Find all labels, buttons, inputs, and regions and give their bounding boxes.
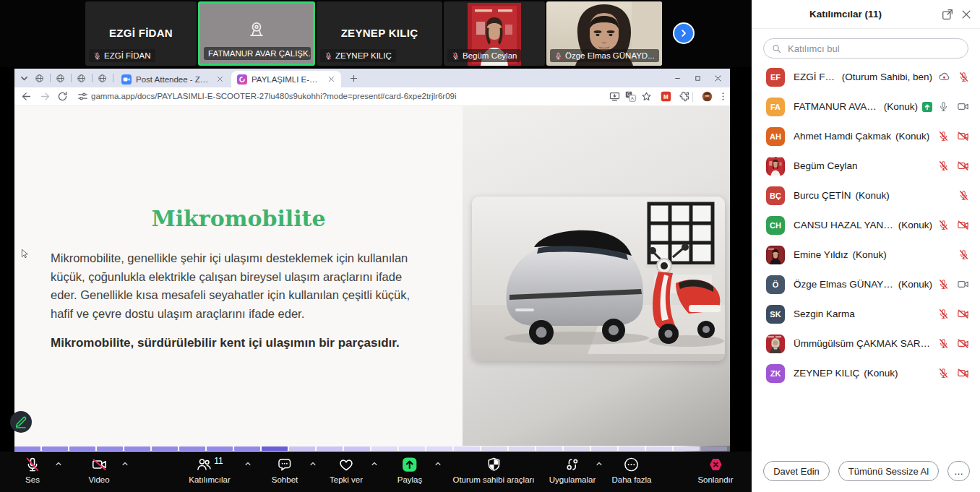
bookmark-star-icon[interactable] xyxy=(640,90,653,103)
chevron-up-icon[interactable] xyxy=(244,459,252,468)
new-tab-icon[interactable] xyxy=(348,73,359,84)
pinned-tab-globe-icon[interactable] xyxy=(34,73,45,84)
filmstrip-slide-thumb[interactable] xyxy=(207,446,233,451)
video-tile[interactable]: EZGİ FİDANEZGİ FİDAN xyxy=(85,1,197,66)
participant-row[interactable]: ÖÖzge Elmas GÜNAYDIN(Konuk) xyxy=(752,269,980,299)
participant-row[interactable]: EFEZGİ FİDAN(Oturum Sahibi, ben) xyxy=(752,62,980,92)
tab-close-icon[interactable] xyxy=(216,75,224,83)
popout-icon[interactable] xyxy=(941,8,954,21)
tab-close-icon[interactable] xyxy=(327,75,335,83)
tile-name-label: ZEYNEP KILIÇ xyxy=(320,49,396,62)
participant-row[interactable]: SKSezgin Karma xyxy=(752,299,980,329)
site-settings-icon[interactable] xyxy=(77,90,89,103)
avatar: ZK xyxy=(766,364,785,383)
tab-separator xyxy=(50,74,51,82)
filmstrip-slide-thumb[interactable] xyxy=(646,446,672,451)
filmstrip-slide-thumb[interactable] xyxy=(674,446,700,451)
tab-search-chevron-icon[interactable] xyxy=(19,73,30,84)
slide-photo-panel xyxy=(463,106,730,446)
filmstrip-slide-thumb[interactable] xyxy=(454,446,480,451)
filmstrip-slide-thumb[interactable] xyxy=(152,446,178,451)
reload-icon[interactable] xyxy=(56,90,69,103)
participant-row[interactable]: FAFATMANUR AVAR Ç...(Konuk) xyxy=(752,92,980,121)
search-icon xyxy=(771,43,782,54)
filmstrip-slide-thumb[interactable] xyxy=(289,446,315,451)
mic-off-icon xyxy=(938,220,949,230)
pinned-tab-globe-icon[interactable] xyxy=(55,73,66,84)
participant-row[interactable]: Ümmügülsüm ÇAKMAK SARIOVA xyxy=(752,329,980,358)
mute-all-button[interactable]: Tümünü Sessize Al xyxy=(838,461,939,481)
annotate-pencil-button[interactable] xyxy=(10,411,32,433)
browser-tab-strip: Post Attendee - ZoomPAYLAŞIMLI E-SCOOTER… xyxy=(14,69,730,87)
video-tile[interactable]: FATMANUR AVAR ÇALIŞK... xyxy=(198,1,315,66)
filmstrip-slide-thumb[interactable] xyxy=(481,446,507,451)
pinned-tab-globe-icon[interactable] xyxy=(76,73,87,84)
install-app-icon[interactable] xyxy=(609,90,621,103)
filmstrip-slide-thumb[interactable] xyxy=(509,446,535,451)
tile-label-text: FATMANUR AVAR ÇALIŞK... xyxy=(208,49,311,58)
chevron-up-icon[interactable] xyxy=(370,459,379,468)
tile-label-text: Özge Elmas GÜNAYD... xyxy=(565,51,655,60)
filmstrip-slide-thumb[interactable] xyxy=(14,446,40,451)
filmstrip-slide-thumb[interactable] xyxy=(701,446,727,451)
browser-menu-icon[interactable] xyxy=(717,90,729,103)
slide-title: Mikromobilite xyxy=(14,206,463,231)
participant-row[interactable]: Emine Yıldız(Konuk) xyxy=(752,240,980,269)
profile-avatar-icon[interactable] xyxy=(701,90,713,103)
participant-name: Burcu ÇETİN xyxy=(794,190,851,201)
filmstrip-slide-thumb[interactable] xyxy=(426,446,452,451)
filmstrip-slide-thumb[interactable] xyxy=(179,446,205,451)
filmstrip-slide-thumb[interactable] xyxy=(69,446,95,451)
forward-icon[interactable] xyxy=(39,90,51,103)
filmstrip-slide-thumb[interactable] xyxy=(317,446,343,451)
filmstrip-slide-thumb[interactable] xyxy=(234,446,260,451)
participant-row[interactable]: Begüm Ceylan xyxy=(752,151,980,181)
window-close-icon[interactable] xyxy=(708,69,728,87)
filmstrip-slide-thumb[interactable] xyxy=(344,446,370,451)
participant-role-suffix: (Konuk) xyxy=(898,220,932,230)
url-text[interactable]: gamma.app/docs/PAYLASIMLI-E-SCOOTER-27lu… xyxy=(91,87,457,105)
chevron-up-icon[interactable] xyxy=(595,459,603,468)
search-input[interactable] xyxy=(786,43,960,55)
filmstrip-slide-thumb[interactable] xyxy=(399,446,425,451)
filmstrip-slide-thumb[interactable] xyxy=(591,446,617,451)
extensions-puzzle-icon[interactable] xyxy=(678,90,690,103)
participant-row[interactable]: BÇBurcu ÇETİN(Konuk) xyxy=(752,181,980,210)
participant-row[interactable]: ZKZEYNEP KILIÇ(Konuk) xyxy=(752,358,980,388)
avatar-initials: Ö xyxy=(773,280,779,289)
participant-row[interactable]: CHCANSU HAZAL YANARD...(Konuk) xyxy=(752,210,980,240)
participant-search xyxy=(763,38,968,59)
participants-title: Katılımcılar (11) xyxy=(752,0,940,29)
mic-off-icon xyxy=(938,368,949,379)
tab-separator xyxy=(113,74,113,82)
pinned-tab-globe-icon[interactable] xyxy=(97,73,108,84)
tile-label-text: EZGİ FİDAN xyxy=(104,51,151,60)
back-icon[interactable] xyxy=(20,90,33,103)
chevron-up-icon[interactable] xyxy=(434,459,442,468)
filmstrip-slide-thumb[interactable] xyxy=(262,446,288,451)
window-minimize-icon[interactable] xyxy=(667,69,687,87)
participant-row[interactable]: AHAhmet Hamdi Çakmak(Konuk) xyxy=(752,121,980,151)
video-tile[interactable]: Begüm Ceylan xyxy=(444,1,545,66)
chevron-up-icon[interactable] xyxy=(54,459,63,468)
more-options-button[interactable]: … xyxy=(947,461,970,481)
browser-tab[interactable]: Post Attendee - Zoom xyxy=(116,71,230,87)
chevron-up-icon[interactable] xyxy=(309,459,317,468)
invite-button[interactable]: Davet Edin xyxy=(763,461,830,481)
next-video-page-button[interactable] xyxy=(673,22,695,44)
browser-tab[interactable]: PAYLAŞIMLI E-SCOOTER | Gamm xyxy=(231,71,341,87)
filmstrip-slide-thumb[interactable] xyxy=(564,446,590,451)
filmstrip-slide-thumb[interactable] xyxy=(536,446,562,451)
filmstrip-slide-thumb[interactable] xyxy=(371,446,397,451)
filmstrip-slide-thumb[interactable] xyxy=(97,446,123,451)
video-tile[interactable]: Özge Elmas GÜNAYD... xyxy=(546,1,662,66)
filmstrip-slide-thumb[interactable] xyxy=(124,446,150,451)
chevron-up-icon[interactable] xyxy=(121,459,129,468)
close-icon[interactable] xyxy=(960,8,973,21)
extension-m-icon[interactable]: M xyxy=(660,90,672,103)
filmstrip-slide-thumb[interactable] xyxy=(619,446,645,451)
filmstrip-slide-thumb[interactable] xyxy=(42,446,68,451)
translate-icon[interactable]: GA xyxy=(624,90,637,103)
window-maximize-icon[interactable] xyxy=(687,69,708,87)
video-tile[interactable]: ZEYNEP KILIÇZEYNEP KILIÇ xyxy=(317,1,442,66)
